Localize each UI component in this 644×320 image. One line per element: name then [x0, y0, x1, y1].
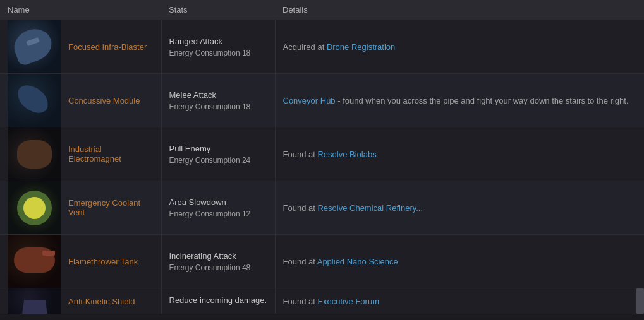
col-header-details: Details: [275, 0, 644, 20]
item-name-industrial-electromagnet[interactable]: Industrial Electromagnet: [68, 145, 154, 163]
stats-cell-industrial-electromagnet: Pull EnemyEnergy Consumption 24: [161, 127, 275, 181]
table-row: Emergency Coolant VentArea SlowdownEnerg…: [0, 181, 644, 235]
details-cell-anti-kinetic-shield: Found at Executive Forum: [275, 288, 644, 314]
details-cell-concussive-module: Conveyor Hub - found when you across the…: [275, 74, 644, 127]
detail-text-concussive-module: Conveyor Hub - found when you across the…: [283, 96, 629, 105]
item-name-focused-infra-blaster[interactable]: Focused Infra-Blaster: [68, 42, 147, 52]
details-cell-industrial-electromagnet: Found at Resolve Biolabs: [275, 127, 644, 181]
detail-link-concussive-module[interactable]: Conveyor Hub: [283, 96, 336, 105]
item-icon-concussive-module: [8, 74, 61, 127]
table-row: Concussive ModuleMelee AttackEnergy Cons…: [0, 74, 644, 127]
detail-text-focused-infra-blaster: Acquired at Drone Registration: [283, 42, 396, 52]
stats-cell-emergency-coolant-vent: Area SlowdownEnergy Consumption 12: [161, 181, 275, 235]
detail-text-emergency-coolant-vent: Found at Resolve Chemical Refinery...: [283, 203, 423, 213]
name-cell-focused-infra-blaster: Focused Infra-Blaster: [0, 20, 161, 74]
detail-link-industrial-electromagnet[interactable]: Resolve Biolabs: [317, 150, 376, 159]
item-icon-flamethrower-tank: [8, 235, 61, 288]
details-cell-focused-infra-blaster: Acquired at Drone Registration: [275, 20, 644, 74]
name-cell-anti-kinetic-shield: Anti-Kinetic Shield: [0, 288, 161, 314]
stat-secondary-concussive-module: Energy Consumption 18: [169, 102, 267, 111]
stat-secondary-emergency-coolant-vent: Energy Consumption 12: [169, 210, 267, 218]
table-header-row: Name Stats Details: [0, 0, 644, 20]
item-name-concussive-module[interactable]: Concussive Module: [68, 96, 140, 105]
item-icon-focused-infra-blaster: [8, 20, 61, 73]
detail-link-flamethrower-tank[interactable]: Applied Nano Science: [317, 257, 398, 266]
detail-link-focused-infra-blaster[interactable]: Drone Registration: [327, 42, 395, 52]
item-name-flamethrower-tank[interactable]: Flamethrower Tank: [68, 257, 138, 266]
equipment-table: Name Stats Details Focused Infra-Blaster…: [0, 0, 644, 320]
stat-primary-industrial-electromagnet: Pull Enemy: [169, 144, 267, 153]
detail-text-anti-kinetic-shield: Found at Executive Forum: [283, 297, 379, 306]
details-cell-flamethrower-tank: Found at Applied Nano Science: [275, 235, 644, 288]
scrollbar[interactable]: [636, 288, 644, 314]
item-name-anti-kinetic-shield[interactable]: Anti-Kinetic Shield: [68, 297, 135, 306]
item-name-emergency-coolant-vent[interactable]: Emergency Coolant Vent: [68, 198, 154, 217]
stat-primary-anti-kinetic-shield: Reduce incoming damage.: [169, 295, 267, 305]
col-header-stats: Stats: [161, 0, 275, 20]
stat-primary-concussive-module: Melee Attack: [169, 90, 267, 100]
name-cell-flamethrower-tank: Flamethrower Tank: [0, 235, 161, 288]
table-row: Anti-Kinetic ShieldReduce incoming damag…: [0, 288, 644, 314]
name-cell-industrial-electromagnet: Industrial Electromagnet: [0, 127, 161, 181]
details-cell-emergency-coolant-vent: Found at Resolve Chemical Refinery...: [275, 181, 644, 235]
table-row: Industrial ElectromagnetPull EnemyEnergy…: [0, 127, 644, 181]
stat-secondary-focused-infra-blaster: Energy Consumption 18: [169, 49, 267, 57]
stats-cell-concussive-module: Melee AttackEnergy Consumption 18: [161, 74, 275, 127]
detail-link-emergency-coolant-vent[interactable]: Resolve Chemical Refinery...: [317, 203, 423, 213]
name-cell-emergency-coolant-vent: Emergency Coolant Vent: [0, 181, 161, 235]
item-icon-anti-kinetic-shield: [8, 288, 61, 314]
detail-text-flamethrower-tank: Found at Applied Nano Science: [283, 257, 398, 266]
table-row: Flamethrower TankIncinerating AttackEner…: [0, 235, 644, 288]
stat-secondary-industrial-electromagnet: Energy Consumption 24: [169, 156, 267, 165]
scrollbar-thumb[interactable]: [636, 288, 644, 314]
item-icon-industrial-electromagnet: [8, 127, 61, 181]
col-header-name: Name: [0, 0, 161, 20]
detail-text-industrial-electromagnet: Found at Resolve Biolabs: [283, 150, 377, 159]
stat-secondary-flamethrower-tank: Energy Consumption 48: [169, 263, 267, 272]
item-icon-emergency-coolant-vent: [8, 181, 61, 234]
name-cell-concussive-module: Concussive Module: [0, 74, 161, 127]
stats-cell-flamethrower-tank: Incinerating AttackEnergy Consumption 48: [161, 235, 275, 288]
stat-primary-emergency-coolant-vent: Area Slowdown: [169, 198, 267, 207]
stat-primary-flamethrower-tank: Incinerating Attack: [169, 251, 267, 261]
stat-primary-focused-infra-blaster: Ranged Attack: [169, 37, 267, 46]
detail-link-anti-kinetic-shield[interactable]: Executive Forum: [317, 297, 379, 306]
table-row: Focused Infra-BlasterRanged AttackEnergy…: [0, 20, 644, 74]
stats-cell-anti-kinetic-shield: Reduce incoming damage.: [161, 288, 275, 314]
stats-cell-focused-infra-blaster: Ranged AttackEnergy Consumption 18: [161, 20, 275, 74]
